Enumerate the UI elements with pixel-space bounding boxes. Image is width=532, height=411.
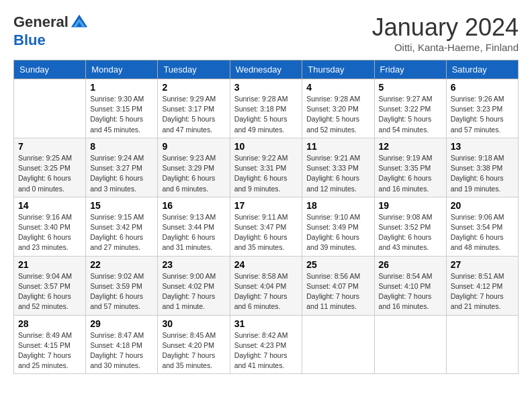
daylight-text: Daylight: 7 hoursand 11 minutes.: [306, 291, 369, 312]
sunrise-text: Sunrise: 9:04 AM: [18, 271, 81, 281]
calendar-cell: 11Sunrise: 9:21 AMSunset: 3:33 PMDayligh…: [302, 138, 374, 197]
day-info: Sunrise: 8:56 AMSunset: 4:07 PMDaylight:…: [306, 271, 369, 312]
calendar-cell: 27Sunrise: 8:51 AMSunset: 4:12 PMDayligh…: [446, 256, 518, 315]
header-thursday: Thursday: [302, 60, 374, 79]
sunrise-text: Sunrise: 9:28 AM: [306, 94, 369, 104]
sunset-text: Sunset: 3:15 PM: [90, 104, 153, 114]
day-number: 21: [18, 259, 81, 270]
day-info: Sunrise: 8:51 AMSunset: 4:12 PMDaylight:…: [451, 271, 514, 312]
sunset-text: Sunset: 3:20 PM: [306, 104, 369, 114]
sunrise-text: Sunrise: 9:28 AM: [234, 94, 298, 104]
sunset-text: Sunset: 3:18 PM: [234, 104, 298, 114]
daylight-text: Daylight: 7 hoursand 25 minutes.: [18, 351, 81, 371]
daylight-text: Daylight: 5 hoursand 54 minutes.: [379, 114, 442, 134]
sunset-text: Sunset: 3:35 PM: [379, 163, 442, 173]
daylight-text: Daylight: 6 hoursand 6 minutes.: [162, 173, 225, 193]
calendar-cell: 22Sunrise: 9:02 AMSunset: 3:59 PMDayligh…: [86, 256, 158, 315]
sunrise-text: Sunrise: 9:24 AM: [90, 153, 153, 163]
calendar-cell: 8Sunrise: 9:24 AMSunset: 3:27 PMDaylight…: [86, 138, 158, 197]
sunset-text: Sunset: 4:12 PM: [451, 281, 514, 291]
sunrise-text: Sunrise: 8:45 AM: [162, 330, 225, 340]
daylight-text: Daylight: 6 hoursand 19 minutes.: [451, 173, 514, 193]
sunrise-text: Sunrise: 9:29 AM: [162, 94, 225, 104]
sunrise-text: Sunrise: 9:18 AM: [451, 153, 514, 163]
sunrise-text: Sunrise: 9:16 AM: [18, 212, 81, 222]
sunset-text: Sunset: 3:42 PM: [90, 222, 153, 232]
calendar-cell: 9Sunrise: 9:23 AMSunset: 3:29 PMDaylight…: [158, 138, 230, 197]
calendar-cell: 29Sunrise: 8:47 AMSunset: 4:18 PMDayligh…: [86, 315, 158, 374]
sunrise-text: Sunrise: 8:58 AM: [234, 271, 298, 281]
day-info: Sunrise: 9:02 AMSunset: 3:59 PMDaylight:…: [90, 271, 153, 312]
calendar-cell: 16Sunrise: 9:13 AMSunset: 3:44 PMDayligh…: [158, 197, 230, 256]
sunrise-text: Sunrise: 8:54 AM: [379, 271, 442, 281]
sunrise-text: Sunrise: 8:49 AM: [18, 330, 81, 340]
day-info: Sunrise: 9:08 AMSunset: 3:52 PMDaylight:…: [379, 212, 442, 253]
day-info: Sunrise: 9:28 AMSunset: 3:18 PMDaylight:…: [234, 94, 298, 135]
sunrise-text: Sunrise: 9:13 AM: [162, 212, 225, 222]
sunset-text: Sunset: 3:27 PM: [90, 163, 153, 173]
day-number: 22: [90, 259, 153, 270]
sunset-text: Sunset: 4:10 PM: [379, 281, 442, 291]
logo: General Blue: [13, 13, 90, 48]
daylight-text: Daylight: 7 hoursand 6 minutes.: [234, 291, 298, 312]
daylight-text: Daylight: 6 hoursand 48 minutes.: [451, 232, 514, 253]
calendar-cell: 25Sunrise: 8:56 AMSunset: 4:07 PMDayligh…: [302, 256, 374, 315]
calendar-cell: 28Sunrise: 8:49 AMSunset: 4:15 PMDayligh…: [14, 315, 86, 374]
sunrise-text: Sunrise: 9:22 AM: [234, 153, 298, 163]
calendar-week-2: 14Sunrise: 9:16 AMSunset: 3:40 PMDayligh…: [14, 197, 519, 256]
month-title: January 2024: [372, 13, 519, 42]
sunrise-text: Sunrise: 9:06 AM: [451, 212, 514, 222]
daylight-text: Daylight: 5 hoursand 52 minutes.: [306, 114, 369, 134]
calendar-cell: 26Sunrise: 8:54 AMSunset: 4:10 PMDayligh…: [374, 256, 446, 315]
daylight-text: Daylight: 7 hoursand 35 minutes.: [162, 351, 225, 371]
page-header: General Blue January 2024 Oitti, Kanta-H…: [13, 13, 519, 53]
calendar-week-0: 1Sunrise: 9:30 AMSunset: 3:15 PMDaylight…: [14, 79, 519, 138]
sunset-text: Sunset: 3:44 PM: [162, 222, 225, 232]
calendar-cell: 19Sunrise: 9:08 AMSunset: 3:52 PMDayligh…: [374, 197, 446, 256]
logo-blue-text: Blue: [13, 32, 46, 48]
sunset-text: Sunset: 3:25 PM: [18, 163, 81, 173]
calendar-week-1: 7Sunrise: 9:25 AMSunset: 3:25 PMDaylight…: [14, 138, 519, 197]
calendar-cell: 30Sunrise: 8:45 AMSunset: 4:20 PMDayligh…: [158, 315, 230, 374]
sunset-text: Sunset: 4:07 PM: [306, 281, 369, 291]
day-info: Sunrise: 9:21 AMSunset: 3:33 PMDaylight:…: [306, 153, 369, 194]
day-info: Sunrise: 9:30 AMSunset: 3:15 PMDaylight:…: [90, 94, 153, 135]
day-number: 25: [306, 259, 369, 270]
calendar-cell: 1Sunrise: 9:30 AMSunset: 3:15 PMDaylight…: [86, 79, 158, 138]
day-info: Sunrise: 9:22 AMSunset: 3:31 PMDaylight:…: [234, 153, 298, 194]
sunrise-text: Sunrise: 9:08 AM: [379, 212, 442, 222]
calendar-header: Sunday Monday Tuesday Wednesday Thursday…: [14, 60, 519, 79]
day-info: Sunrise: 9:28 AMSunset: 3:20 PMDaylight:…: [306, 94, 369, 135]
sunset-text: Sunset: 3:17 PM: [162, 104, 225, 114]
daylight-text: Daylight: 5 hoursand 49 minutes.: [234, 114, 298, 134]
calendar-cell: 12Sunrise: 9:19 AMSunset: 3:35 PMDayligh…: [374, 138, 446, 197]
daylight-text: Daylight: 6 hoursand 3 minutes.: [90, 173, 153, 193]
day-number: 10: [234, 141, 298, 152]
calendar-cell: 31Sunrise: 8:42 AMSunset: 4:23 PMDayligh…: [230, 315, 302, 374]
sunrise-text: Sunrise: 8:47 AM: [90, 330, 153, 340]
daylight-text: Daylight: 7 hoursand 41 minutes.: [234, 351, 298, 371]
sunset-text: Sunset: 3:57 PM: [18, 281, 81, 291]
day-info: Sunrise: 9:10 AMSunset: 3:49 PMDaylight:…: [306, 212, 369, 253]
daylight-text: Daylight: 7 hoursand 1 minute.: [162, 291, 225, 312]
day-number: 1: [90, 82, 153, 93]
calendar-cell: [14, 79, 86, 138]
sunset-text: Sunset: 4:20 PM: [162, 340, 225, 351]
day-info: Sunrise: 9:15 AMSunset: 3:42 PMDaylight:…: [90, 212, 153, 253]
calendar-week-3: 21Sunrise: 9:04 AMSunset: 3:57 PMDayligh…: [14, 256, 519, 315]
sunrise-text: Sunrise: 9:00 AM: [162, 271, 225, 281]
calendar-cell: [446, 315, 518, 374]
daylight-text: Daylight: 6 hoursand 0 minutes.: [18, 173, 81, 193]
daylight-text: Daylight: 6 hoursand 35 minutes.: [234, 232, 298, 253]
sunset-text: Sunset: 4:15 PM: [18, 340, 81, 351]
daylight-text: Daylight: 5 hoursand 57 minutes.: [451, 114, 514, 134]
day-info: Sunrise: 9:04 AMSunset: 3:57 PMDaylight:…: [18, 271, 81, 312]
day-number: 27: [451, 259, 514, 270]
daylight-text: Daylight: 6 hoursand 43 minutes.: [379, 232, 442, 253]
day-info: Sunrise: 8:47 AMSunset: 4:18 PMDaylight:…: [90, 330, 153, 371]
calendar-cell: 14Sunrise: 9:16 AMSunset: 3:40 PMDayligh…: [14, 197, 86, 256]
sunset-text: Sunset: 4:18 PM: [90, 340, 153, 351]
calendar-cell: 7Sunrise: 9:25 AMSunset: 3:25 PMDaylight…: [14, 138, 86, 197]
calendar-cell: 3Sunrise: 9:28 AMSunset: 3:18 PMDaylight…: [230, 79, 302, 138]
day-number: 17: [234, 200, 298, 211]
